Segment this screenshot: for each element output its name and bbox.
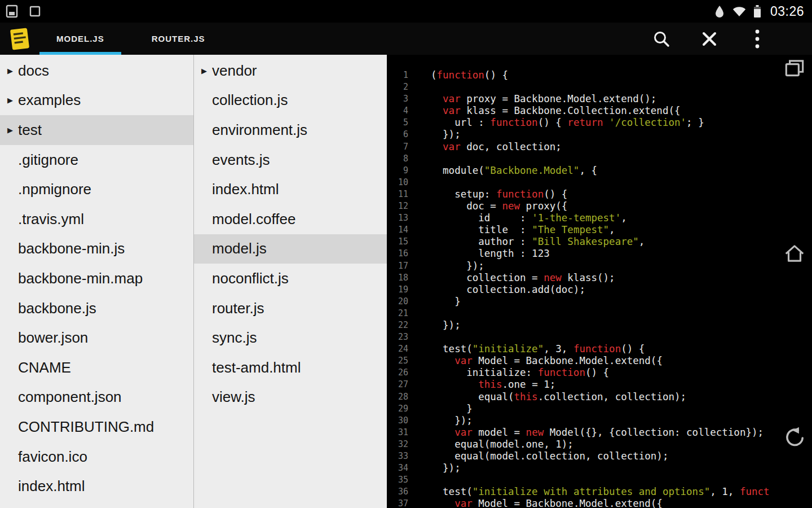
home-button[interactable]: [783, 242, 806, 268]
folder-expand-icon[interactable]: ▶: [7, 126, 18, 134]
code-line[interactable]: 2: [387, 81, 777, 93]
code-line[interactable]: 37 var Model = Backbone.Model.extend({: [387, 498, 777, 508]
tree-item-backbone-js[interactable]: backbone.js: [0, 294, 193, 323]
code-line[interactable]: 16 length : 123: [387, 248, 777, 260]
tree-item-backbone-min-js[interactable]: backbone-min.js: [0, 234, 193, 264]
item-label: test-amd.html: [212, 359, 301, 376]
code-text: author : "Bill Shakespeare",: [408, 236, 645, 248]
overflow-menu-button[interactable]: [733, 23, 781, 55]
tree-item-bower-json[interactable]: bower.json: [0, 323, 193, 353]
code-text: });: [408, 462, 461, 474]
code-line[interactable]: 14 title : "The Tempest",: [387, 224, 777, 236]
wifi-icon: [731, 4, 747, 19]
file-item-view-js[interactable]: view.js: [194, 383, 387, 413]
code-line[interactable]: 3 var proxy = Backbone.Model.extend();: [387, 93, 777, 105]
code-line[interactable]: 18 collection = new klass();: [387, 272, 777, 284]
tree-item-component-json[interactable]: component.json: [0, 383, 193, 413]
code-line[interactable]: 32 equal(model.one, 1);: [387, 439, 777, 450]
folder-expand-icon[interactable]: ▶: [7, 67, 18, 75]
search-button[interactable]: [637, 23, 685, 55]
tree-item-contributing-md[interactable]: CONTRIBUTING.md: [0, 412, 193, 442]
line-number: 10: [387, 177, 408, 189]
code-line[interactable]: 11 setup: function() {: [387, 189, 777, 200]
code-line[interactable]: 7 var doc, collection;: [387, 141, 777, 153]
code-line[interactable]: 5 url : function() { return '/collection…: [387, 117, 777, 129]
code-line[interactable]: 23: [387, 331, 777, 343]
app-logo[interactable]: [0, 23, 39, 55]
line-number: 30: [387, 415, 408, 427]
tree-item-travis-yml[interactable]: .travis.yml: [0, 204, 193, 234]
file-item-index-html[interactable]: index.html: [194, 174, 387, 204]
tree-item-test[interactable]: ▶test: [0, 115, 193, 145]
code-line[interactable]: 30 });: [387, 415, 777, 427]
file-item-router-js[interactable]: router.js: [194, 294, 387, 323]
code-line[interactable]: 29 }: [387, 403, 777, 415]
file-item-sync-js[interactable]: sync.js: [194, 323, 387, 353]
code-line[interactable]: 31 var model = new Model({}, {collection…: [387, 427, 777, 439]
code-line[interactable]: 35: [387, 474, 777, 486]
file-item-events-js[interactable]: events.js: [194, 145, 387, 175]
line-number: 37: [387, 498, 408, 508]
tree-item-examples[interactable]: ▶examples: [0, 86, 193, 116]
code-editor[interactable]: 1(function() {23 var proxy = Backbone.Mo…: [387, 55, 777, 508]
code-line[interactable]: 22 });: [387, 319, 777, 331]
tree-item-cname[interactable]: CNAME: [0, 353, 193, 383]
file-item-model-js[interactable]: model.js: [194, 234, 387, 264]
item-label: backbone.js: [18, 300, 96, 317]
code-text: [408, 153, 431, 165]
folder-expand-icon[interactable]: ▶: [201, 67, 212, 75]
code-line[interactable]: 34 });: [387, 462, 777, 474]
code-text: });: [408, 319, 461, 331]
file-item-environment-js[interactable]: environment.js: [194, 115, 387, 145]
code-line[interactable]: 25 var Model = Backbone.Model.extend({: [387, 355, 777, 367]
code-line[interactable]: 24 test("initialize", 3, function() {: [387, 343, 777, 355]
tab-bar: MODEL.JSROUTER.JS: [39, 23, 236, 55]
line-number: 18: [387, 272, 408, 284]
code-line[interactable]: 19 collection.add(doc);: [387, 284, 777, 296]
item-label: bower.json: [18, 329, 88, 347]
item-label: backbone-min.map: [18, 270, 143, 287]
code-line[interactable]: 26 initialize: function() {: [387, 367, 777, 379]
battery-icon: [752, 3, 762, 19]
code-line[interactable]: 36 test("initialize with attributes and …: [387, 486, 777, 498]
file-item-test-amd-html[interactable]: test-amd.html: [194, 353, 387, 383]
code-line[interactable]: 12 doc = new proxy({: [387, 200, 777, 212]
tree-item-docs[interactable]: ▶docs: [0, 56, 193, 86]
code-text: test("initialize with attributes and opt…: [408, 486, 770, 498]
line-number: 13: [387, 212, 408, 224]
code-line[interactable]: 27 this.one = 1;: [387, 379, 777, 391]
file-item-model-coffee[interactable]: model.coffee: [194, 204, 387, 234]
tree-item-favicon-ico[interactable]: favicon.ico: [0, 442, 193, 472]
item-label: test: [18, 121, 42, 139]
tab-router-js[interactable]: ROUTER.JS: [135, 23, 222, 55]
close-button[interactable]: [685, 23, 733, 55]
code-line[interactable]: 6 });: [387, 129, 777, 141]
code-line[interactable]: 9 module("Backbone.Model", {: [387, 165, 777, 177]
status-bar[interactable]: 03:26: [0, 0, 812, 23]
tree-item-npmignore[interactable]: .npmignore: [0, 174, 193, 204]
code-line[interactable]: 15 author : "Bill Shakespeare",: [387, 236, 777, 248]
code-line[interactable]: 10: [387, 177, 777, 189]
code-line[interactable]: 20 }: [387, 296, 777, 308]
tree-item-backbone-min-map[interactable]: backbone-min.map: [0, 264, 193, 294]
code-line[interactable]: 13 id : '1-the-tempest',: [387, 212, 777, 224]
file-item-noconflict-js[interactable]: noconflict.js: [194, 264, 387, 294]
tree-item-gitignore[interactable]: .gitignore: [0, 145, 193, 175]
tree-item-index-html[interactable]: index.html: [0, 471, 193, 501]
code-line[interactable]: 21: [387, 308, 777, 319]
folder-expand-icon[interactable]: ▶: [7, 96, 18, 104]
line-number: 6: [387, 129, 408, 141]
code-line[interactable]: 28 equal(this.collection, collection);: [387, 391, 777, 403]
back-button[interactable]: [783, 425, 806, 451]
tab-model-js[interactable]: MODEL.JS: [39, 23, 121, 55]
recents-button[interactable]: [783, 57, 806, 83]
file-item-collection-js[interactable]: collection.js: [194, 86, 387, 116]
code-line[interactable]: 8: [387, 153, 777, 165]
line-number: 33: [387, 450, 408, 462]
code-line[interactable]: 17 });: [387, 260, 777, 272]
code-line[interactable]: 4 var klass = Backbone.Collection.extend…: [387, 105, 777, 117]
file-tree-panel: ▶docs▶examples▶test.gitignore.npmignore.…: [0, 55, 193, 508]
file-item-vendor[interactable]: ▶vendor: [194, 56, 387, 86]
code-line[interactable]: 1(function() {: [387, 69, 777, 81]
code-line[interactable]: 33 equal(model.collection, collection);: [387, 450, 777, 462]
